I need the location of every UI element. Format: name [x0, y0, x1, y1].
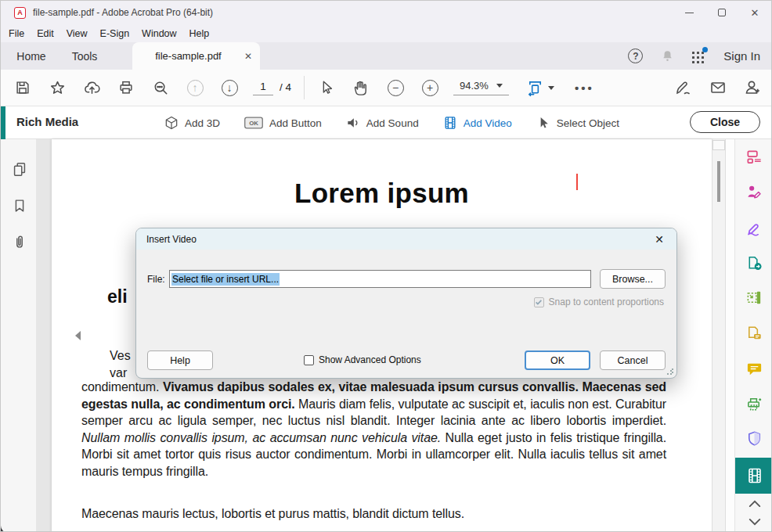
bell-icon[interactable] [660, 49, 675, 63]
page-thumbnails-button[interactable] [7, 156, 32, 182]
rail-scroll-down-button[interactable] [735, 513, 772, 530]
profile-add-icon [743, 78, 762, 97]
create-pdf-button[interactable] [735, 141, 772, 172]
scan-ocr-button[interactable] [735, 388, 772, 419]
browse-button[interactable]: Browse... [600, 269, 666, 289]
clipped-heading-text: eli [107, 286, 128, 307]
cube-3d-icon [164, 115, 179, 131]
esign-button[interactable] [671, 75, 696, 100]
maximize-button[interactable] [705, 1, 738, 24]
edit-pdf-button[interactable] [735, 282, 772, 313]
right-tools-rail [734, 139, 772, 532]
menu-view[interactable]: View [60, 28, 94, 39]
email-icon [709, 78, 727, 97]
cancel-button[interactable]: Cancel [600, 350, 666, 370]
add-video-button[interactable]: Add Video [442, 115, 512, 131]
menu-edit[interactable]: Edit [31, 28, 60, 39]
page-down-icon: ↓ [222, 80, 238, 96]
add-3d-button[interactable]: Add 3D [164, 115, 220, 131]
close-window-button[interactable]: ✕ [738, 1, 771, 24]
help-button[interactable]: Help [147, 350, 213, 370]
sign-in-button[interactable]: Sign In [723, 49, 760, 63]
bookmarks-icon [11, 197, 28, 214]
page-display-dropdown[interactable] [523, 75, 557, 100]
dialog-titlebar[interactable]: Insert Video ✕ [136, 228, 676, 250]
tab-home[interactable]: Home [9, 42, 54, 70]
minimize-button[interactable] [673, 1, 705, 24]
add-video-label: Add Video [464, 117, 512, 129]
menu-file[interactable]: File [2, 28, 31, 39]
maximize-icon [718, 9, 726, 16]
protect-button[interactable] [735, 422, 772, 454]
hand-tool-button[interactable] [348, 75, 373, 100]
select-tool-button[interactable] [314, 75, 339, 100]
tab-tools[interactable]: Tools [62, 42, 107, 70]
show-advanced-options-checkbox[interactable]: Show Advanced Options [304, 354, 421, 365]
close-icon: ✕ [751, 7, 759, 19]
add-sound-button[interactable]: Add Sound [345, 115, 419, 131]
search-button[interactable] [148, 75, 173, 100]
select-object-button[interactable]: Select Object [536, 115, 619, 131]
add-3d-label: Add 3D [185, 117, 220, 129]
menu-window[interactable]: Window [135, 28, 182, 39]
menu-esign[interactable]: E-Sign [94, 28, 136, 39]
previous-page-button[interactable]: ↑ [182, 75, 207, 100]
select-tool-icon [318, 79, 335, 96]
document-paragraph: Maecenas mauris lectus, lobortis et puru… [81, 505, 666, 523]
rail-scroll-up-button[interactable] [735, 495, 772, 512]
email-button[interactable] [705, 75, 731, 100]
scrollbar-up-button[interactable] [712, 140, 725, 150]
export-pdf-icon [745, 254, 763, 272]
help-icon[interactable]: ? [628, 49, 643, 63]
sign-pen-button[interactable] [735, 212, 772, 243]
print-icon [117, 79, 135, 96]
close-rich-media-button[interactable]: Close [690, 111, 760, 133]
menu-help[interactable]: Help [183, 28, 216, 39]
add-button-button[interactable]: OK Add Button [244, 115, 322, 131]
rich-media-tool-active[interactable] [735, 458, 772, 494]
ok-button[interactable]: OK [525, 350, 590, 370]
resize-grip[interactable] [666, 368, 673, 375]
tabbar: Home Tools file-sample.pdf ✕ ? Sign In [1, 42, 772, 70]
chevron-down-icon [496, 84, 503, 88]
left-navigation-rail [1, 139, 36, 532]
comment-button[interactable] [735, 353, 772, 384]
fill-sign-button[interactable] [735, 176, 772, 207]
tab-document[interactable]: file-sample.pdf ✕ [132, 42, 260, 70]
svg-text:OK: OK [249, 120, 258, 127]
dialog-close-icon[interactable]: ✕ [651, 232, 667, 247]
snap-proportions-checkbox: Snap to content proportions [534, 297, 664, 307]
chevron-down-icon [748, 517, 762, 527]
save-button[interactable] [10, 75, 35, 100]
add-sound-label: Add Sound [366, 117, 419, 129]
tab-close-icon[interactable]: ✕ [244, 51, 252, 62]
toolbar: ↑ ↓ 1 / 4 − + 94.3% ••• [1, 70, 772, 106]
document-paragraph: condimentum. Vivamus dapibus sodales ex,… [81, 379, 666, 480]
zoom-in-button[interactable]: + [417, 75, 442, 100]
toolbar-right [662, 75, 765, 100]
profile-button[interactable] [740, 75, 765, 100]
collapse-panel-arrow[interactable] [75, 331, 81, 340]
bookmarks-button[interactable] [7, 193, 32, 218]
file-url-input[interactable]: Select file or insert URL... [169, 270, 591, 288]
vertical-scrollbar-thumb[interactable] [717, 161, 720, 202]
sign-pen-icon [745, 219, 763, 237]
organize-pages-button[interactable] [735, 318, 772, 349]
export-pdf-button[interactable] [735, 247, 772, 279]
zoom-level-dropdown[interactable]: 94.3% [453, 80, 509, 95]
favorite-button[interactable] [45, 75, 70, 100]
zoom-out-button[interactable]: − [383, 75, 408, 100]
titlebar: A file-sample.pdf - Adobe Acrobat Pro (6… [1, 1, 772, 24]
page-up-icon: ↑ [187, 80, 204, 96]
attachments-button[interactable] [7, 229, 32, 254]
page-number-input[interactable]: 1 [253, 81, 273, 95]
share-icon [83, 79, 101, 97]
share-button[interactable] [79, 75, 104, 100]
more-tools-button[interactable]: ••• [575, 81, 594, 95]
window-controls: ✕ [673, 1, 771, 24]
apps-grid-icon[interactable] [692, 49, 706, 63]
dialog-title: Insert Video [146, 234, 197, 245]
print-button[interactable] [114, 75, 139, 100]
next-page-button[interactable]: ↓ [217, 75, 242, 100]
zoom-out-icon: − [388, 80, 404, 96]
